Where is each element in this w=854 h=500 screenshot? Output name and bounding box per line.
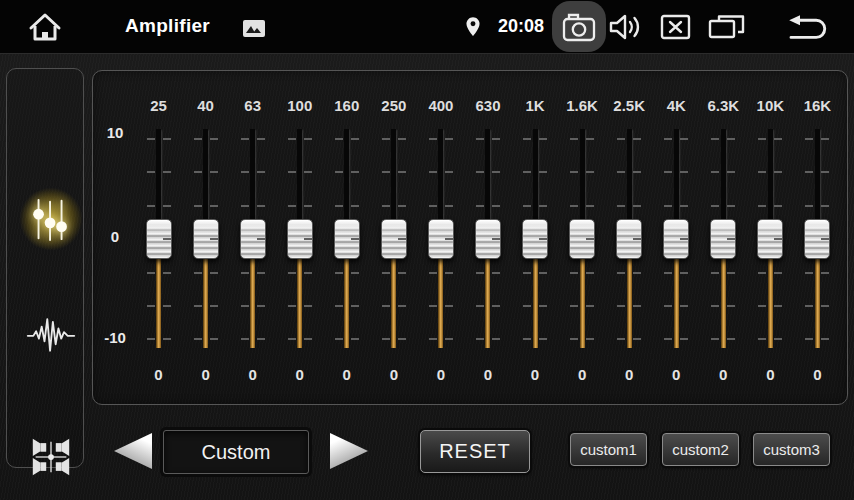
band-slider[interactable] — [330, 129, 364, 348]
preset-label: Custom — [202, 441, 271, 464]
recent-apps-icon — [708, 14, 745, 40]
eq-band-10k: 10K 0 — [747, 71, 794, 404]
status-bar: Amplifier 20:08 — [0, 0, 854, 54]
reset-label: RESET — [439, 440, 511, 463]
back-button[interactable] — [785, 14, 833, 41]
band-slider[interactable] — [236, 129, 270, 348]
volume-button[interactable] — [608, 13, 642, 41]
location-indicator — [464, 15, 482, 39]
eq-band-4k: 4K 0 — [653, 71, 700, 404]
sidebar-item-balance-fader[interactable] — [19, 425, 83, 489]
home-icon — [28, 11, 62, 43]
close-icon — [660, 14, 691, 40]
band-frequency-label: 1.6K — [566, 95, 598, 117]
preset-next-button[interactable] — [330, 433, 368, 469]
eq-band-1.6k: 1.6K 0 — [559, 71, 606, 404]
band-value-label: 0 — [531, 364, 539, 386]
band-slider[interactable] — [659, 129, 693, 348]
slider-knob[interactable] — [616, 219, 642, 259]
slider-knob[interactable] — [334, 219, 360, 259]
band-slider[interactable] — [142, 129, 176, 348]
audio-settings-sidebar — [6, 68, 84, 468]
custom1-label: custom1 — [580, 441, 637, 458]
equalizer-panel: 10 0 -10 25 0 40 0 63 0 100 0 160 0 — [92, 70, 848, 405]
slider-knob[interactable] — [475, 219, 501, 259]
band-frequency-label: 25 — [150, 95, 167, 117]
home-button[interactable] — [28, 11, 62, 43]
band-slider[interactable] — [706, 129, 740, 348]
slider-knob[interactable] — [757, 219, 783, 259]
preset-prev-button[interactable] — [114, 433, 152, 469]
slider-knob[interactable] — [146, 219, 172, 259]
band-value-label: 0 — [813, 364, 821, 386]
band-value-label: 0 — [766, 364, 774, 386]
eq-band-630: 630 0 — [464, 71, 511, 404]
band-value-label: 0 — [390, 364, 398, 386]
wallpaper-button[interactable] — [243, 20, 265, 37]
eq-band-1k: 1K 0 — [512, 71, 559, 404]
gallery-icon — [243, 20, 265, 37]
band-value-label: 0 — [719, 364, 727, 386]
band-slider[interactable] — [471, 129, 505, 348]
band-frequency-label: 63 — [244, 95, 261, 117]
band-slider[interactable] — [612, 129, 646, 348]
eq-band-25: 25 0 — [135, 71, 182, 404]
band-slider[interactable] — [377, 129, 411, 348]
eq-band-250: 250 0 — [370, 71, 417, 404]
band-slider[interactable] — [424, 129, 458, 348]
custom1-button[interactable]: custom1 — [570, 433, 647, 466]
db-scale-mid: 0 — [95, 228, 135, 245]
band-value-label: 0 — [296, 364, 304, 386]
eq-band-63: 63 0 — [229, 71, 276, 404]
band-slider[interactable] — [189, 129, 223, 348]
slider-knob[interactable] — [522, 219, 548, 259]
band-frequency-label: 10K — [757, 95, 785, 117]
eq-band-160: 160 0 — [323, 71, 370, 404]
slider-knob[interactable] — [240, 219, 266, 259]
slider-knob[interactable] — [381, 219, 407, 259]
close-app-button[interactable] — [660, 14, 691, 40]
band-frequency-label: 100 — [287, 95, 312, 117]
recent-apps-button[interactable] — [708, 14, 745, 40]
band-frequency-label: 630 — [475, 95, 500, 117]
band-value-label: 0 — [578, 364, 586, 386]
band-frequency-label: 2.5K — [613, 95, 645, 117]
speaker-balance-icon — [28, 434, 74, 480]
slider-knob[interactable] — [804, 219, 830, 259]
slider-knob[interactable] — [663, 219, 689, 259]
custom2-button[interactable]: custom2 — [662, 433, 739, 466]
clock: 20:08 — [492, 16, 550, 37]
sidebar-item-equalizer[interactable] — [19, 187, 83, 251]
band-value-label: 0 — [437, 364, 445, 386]
slider-knob[interactable] — [428, 219, 454, 259]
slider-knob[interactable] — [710, 219, 736, 259]
band-slider[interactable] — [753, 129, 787, 348]
custom3-label: custom3 — [763, 441, 820, 458]
slider-knob[interactable] — [569, 219, 595, 259]
band-frequency-label: 160 — [334, 95, 359, 117]
band-slider[interactable] — [518, 129, 552, 348]
slider-knob[interactable] — [287, 219, 313, 259]
band-slider[interactable] — [283, 129, 317, 348]
sidebar-item-sound-effect[interactable] — [19, 302, 83, 366]
custom2-label: custom2 — [672, 441, 729, 458]
custom3-button[interactable]: custom3 — [753, 433, 830, 466]
band-frequency-label: 6.3K — [707, 95, 739, 117]
band-frequency-label: 16K — [804, 95, 832, 117]
band-frequency-label: 250 — [381, 95, 406, 117]
band-slider[interactable] — [565, 129, 599, 348]
band-frequency-label: 4K — [667, 95, 686, 117]
eq-band-400: 400 0 — [417, 71, 464, 404]
screenshot-button[interactable] — [552, 1, 606, 52]
band-value-label: 0 — [343, 364, 351, 386]
band-value-label: 0 — [154, 364, 162, 386]
db-scale-min: -10 — [95, 329, 135, 346]
eq-band-2.5k: 2.5K 0 — [606, 71, 653, 404]
band-frequency-label: 1K — [525, 95, 544, 117]
reset-button[interactable]: RESET — [420, 430, 530, 473]
band-value-label: 0 — [672, 364, 680, 386]
slider-knob[interactable] — [193, 219, 219, 259]
eq-band-16k: 16K 0 — [794, 71, 841, 404]
location-icon — [464, 15, 482, 39]
band-slider[interactable] — [800, 129, 834, 348]
